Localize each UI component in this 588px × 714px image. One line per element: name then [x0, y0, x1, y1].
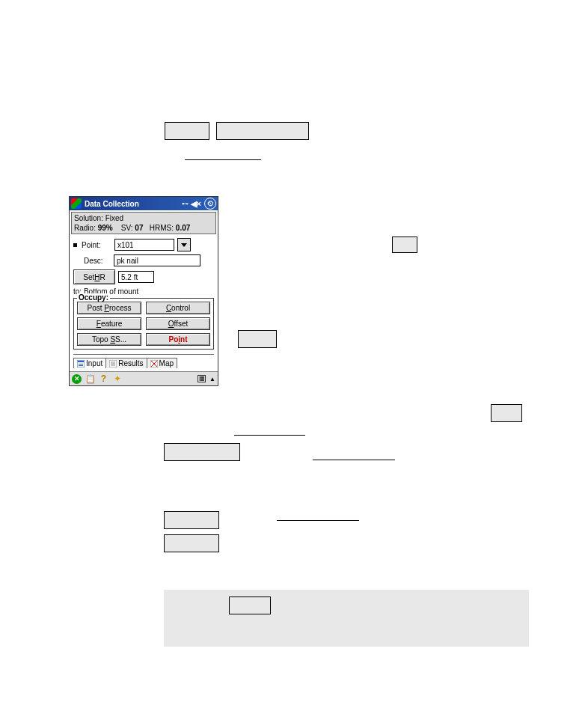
- windows-flag-icon: [71, 198, 82, 209]
- placeholder-box: [229, 596, 271, 614]
- svg-rect-2: [79, 364, 83, 364]
- sv-value: 07: [135, 224, 143, 232]
- svg-rect-3: [79, 365, 83, 366]
- underline: [277, 519, 359, 521]
- placeholder-box: [491, 404, 522, 422]
- input-tab-icon: [77, 360, 85, 367]
- point-label: Point:: [82, 241, 111, 249]
- placeholder-box: [216, 122, 309, 140]
- underline: [234, 434, 305, 436]
- tab-input[interactable]: Input: [73, 358, 106, 368]
- topo-ss-button[interactable]: Topo SS...: [77, 333, 141, 346]
- tab-results[interactable]: Results: [105, 358, 147, 368]
- occupy-group: Occupy: Post Process Control Feature Off…: [73, 298, 214, 350]
- tab-map[interactable]: Map: [147, 358, 177, 368]
- pda-body: Point: Desc: Set HR to: Bottom of mount …: [70, 236, 218, 371]
- close-icon[interactable]: ⏲: [204, 198, 216, 210]
- clipboard-icon[interactable]: 📋: [85, 374, 95, 384]
- speaker-icon[interactable]: ◀×: [191, 199, 201, 209]
- feature-button[interactable]: Feature: [77, 317, 141, 330]
- map-tab-icon: [150, 360, 158, 367]
- svg-rect-1: [78, 361, 84, 362]
- gray-block: [164, 590, 529, 647]
- underline: [185, 159, 261, 160]
- placeholder-box: [392, 237, 417, 253]
- placeholder-box: [238, 330, 277, 348]
- set-hr-button[interactable]: Set HR: [73, 269, 115, 284]
- tab-bar: Input Results Map: [73, 354, 214, 368]
- solution-value: Fixed: [105, 214, 123, 222]
- bottom-toolbar: ✕ 📋 ? ✦ ▦ ▲: [70, 371, 218, 385]
- hr-input[interactable]: [118, 271, 154, 283]
- solution-label: Solution:: [74, 214, 103, 222]
- hr-row: Set HR: [73, 269, 214, 284]
- keyboard-icon[interactable]: ▦: [197, 375, 206, 382]
- point-input[interactable]: [114, 239, 174, 251]
- window-title: Data Collection: [85, 200, 182, 208]
- occupy-legend: Occupy:: [77, 293, 110, 302]
- bullet-icon: [73, 243, 77, 247]
- point-button[interactable]: Point: [146, 333, 210, 346]
- sv-label: SV:: [121, 224, 133, 232]
- tab-results-label: Results: [118, 359, 143, 367]
- point-dropdown-button[interactable]: [177, 238, 191, 251]
- tab-input-label: Input: [86, 359, 102, 367]
- cancel-icon[interactable]: ✕: [72, 374, 82, 384]
- hrms-label: HRMS:: [150, 224, 174, 232]
- underline: [313, 459, 395, 460]
- radio-label: Radio:: [74, 224, 96, 232]
- up-arrow-icon[interactable]: ▲: [209, 376, 215, 382]
- offset-button[interactable]: Offset: [146, 317, 210, 330]
- tab-map-label: Map: [159, 359, 174, 367]
- placeholder-box: [165, 122, 209, 140]
- connectivity-icon: ⊷: [182, 200, 188, 207]
- point-row: Point:: [73, 238, 214, 251]
- pda-titlebar: Data Collection ⊷ ◀× ⏲: [70, 197, 218, 210]
- placeholder-box: [164, 443, 240, 461]
- post-process-button[interactable]: Post Process: [77, 302, 141, 314]
- desc-input[interactable]: [114, 254, 200, 266]
- help-icon[interactable]: ?: [99, 374, 108, 384]
- pda-device: Data Collection ⊷ ◀× ⏲ Solution: Fixed R…: [69, 196, 218, 386]
- desc-label: Desc:: [84, 257, 111, 265]
- placeholder-box: [164, 511, 219, 529]
- desc-row: Desc:: [73, 254, 214, 266]
- hrms-value: 0.07: [176, 224, 190, 232]
- radio-value: 99%: [98, 224, 113, 232]
- favorite-icon[interactable]: ✦: [112, 374, 122, 384]
- placeholder-box: [164, 534, 219, 552]
- control-button[interactable]: Control: [146, 302, 210, 314]
- status-panel: Solution: Fixed Radio: 99% SV: 07 HRMS: …: [71, 212, 216, 234]
- results-tab-icon: [109, 360, 117, 367]
